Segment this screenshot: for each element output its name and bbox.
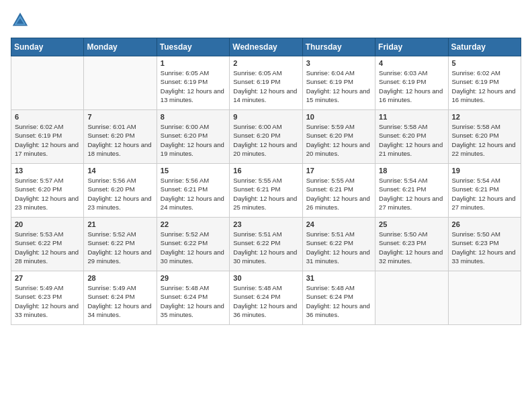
day-number: 14 xyxy=(87,167,152,175)
day-info: Sunrise: 5:58 AM Sunset: 6:20 PM Dayligh… xyxy=(452,122,517,158)
calendar-cell: 25Sunrise: 5:50 AM Sunset: 6:23 PM Dayli… xyxy=(375,218,448,271)
day-number: 29 xyxy=(161,274,226,282)
day-number: 6 xyxy=(15,113,80,121)
header-thursday: Thursday xyxy=(302,38,375,56)
day-info: Sunrise: 5:54 AM Sunset: 6:21 PM Dayligh… xyxy=(379,176,444,212)
day-number: 18 xyxy=(379,167,444,175)
calendar-header-row: SundayMondayTuesdayWednesdayThursdayFrid… xyxy=(11,38,521,56)
day-info: Sunrise: 5:53 AM Sunset: 6:22 PM Dayligh… xyxy=(15,230,80,265)
day-number: 25 xyxy=(379,220,444,228)
day-number: 10 xyxy=(306,113,371,121)
day-info: Sunrise: 5:48 AM Sunset: 6:24 PM Dayligh… xyxy=(306,283,371,319)
day-number: 8 xyxy=(161,113,226,121)
header-friday: Friday xyxy=(375,38,448,56)
day-number: 4 xyxy=(379,59,444,67)
calendar-cell: 15Sunrise: 5:56 AM Sunset: 6:21 PM Dayli… xyxy=(157,164,229,218)
day-number: 27 xyxy=(15,274,80,282)
day-info: Sunrise: 6:02 AM Sunset: 6:19 PM Dayligh… xyxy=(452,68,517,104)
calendar-cell: 7Sunrise: 6:01 AM Sunset: 6:20 PM Daylig… xyxy=(84,110,157,164)
day-info: Sunrise: 5:56 AM Sunset: 6:21 PM Dayligh… xyxy=(161,176,226,212)
day-info: Sunrise: 5:52 AM Sunset: 6:22 PM Dayligh… xyxy=(87,230,152,265)
calendar-cell xyxy=(448,271,521,325)
day-info: Sunrise: 5:50 AM Sunset: 6:23 PM Dayligh… xyxy=(379,230,444,265)
day-number: 11 xyxy=(379,113,444,121)
day-info: Sunrise: 5:51 AM Sunset: 6:22 PM Dayligh… xyxy=(306,230,371,265)
calendar-week-row: 20Sunrise: 5:53 AM Sunset: 6:22 PM Dayli… xyxy=(11,218,521,271)
day-info: Sunrise: 6:02 AM Sunset: 6:19 PM Dayligh… xyxy=(15,122,80,158)
day-info: Sunrise: 5:56 AM Sunset: 6:20 PM Dayligh… xyxy=(87,176,152,212)
calendar-cell: 26Sunrise: 5:50 AM Sunset: 6:23 PM Dayli… xyxy=(448,218,521,271)
calendar-cell: 3Sunrise: 6:04 AM Sunset: 6:19 PM Daylig… xyxy=(302,56,375,110)
day-info: Sunrise: 6:00 AM Sunset: 6:20 PM Dayligh… xyxy=(161,122,226,158)
calendar-cell: 22Sunrise: 5:52 AM Sunset: 6:22 PM Dayli… xyxy=(157,218,229,271)
page-header xyxy=(11,11,521,30)
day-info: Sunrise: 5:55 AM Sunset: 6:21 PM Dayligh… xyxy=(233,176,298,212)
calendar-cell: 11Sunrise: 5:58 AM Sunset: 6:20 PM Dayli… xyxy=(375,110,448,164)
day-info: Sunrise: 5:49 AM Sunset: 6:24 PM Dayligh… xyxy=(87,283,152,319)
calendar-cell: 27Sunrise: 5:49 AM Sunset: 6:23 PM Dayli… xyxy=(11,271,84,325)
calendar-cell: 6Sunrise: 6:02 AM Sunset: 6:19 PM Daylig… xyxy=(11,110,84,164)
day-number: 22 xyxy=(161,220,226,228)
calendar-cell: 14Sunrise: 5:56 AM Sunset: 6:20 PM Dayli… xyxy=(84,164,157,218)
day-info: Sunrise: 6:00 AM Sunset: 6:20 PM Dayligh… xyxy=(233,122,298,158)
calendar-cell: 29Sunrise: 5:48 AM Sunset: 6:24 PM Dayli… xyxy=(157,271,229,325)
day-number: 17 xyxy=(306,167,371,175)
day-number: 26 xyxy=(452,220,517,228)
logo-icon xyxy=(11,11,30,30)
day-number: 30 xyxy=(233,274,298,282)
day-number: 20 xyxy=(15,220,80,228)
calendar-cell: 18Sunrise: 5:54 AM Sunset: 6:21 PM Dayli… xyxy=(375,164,448,218)
day-number: 13 xyxy=(15,167,80,175)
calendar-cell: 4Sunrise: 6:03 AM Sunset: 6:19 PM Daylig… xyxy=(375,56,448,110)
day-number: 3 xyxy=(306,59,371,67)
day-number: 21 xyxy=(87,220,152,228)
day-number: 23 xyxy=(233,220,298,228)
calendar-cell xyxy=(84,56,157,110)
day-info: Sunrise: 5:49 AM Sunset: 6:23 PM Dayligh… xyxy=(15,283,80,319)
calendar-cell: 16Sunrise: 5:55 AM Sunset: 6:21 PM Dayli… xyxy=(230,164,302,218)
day-number: 7 xyxy=(87,113,152,121)
day-info: Sunrise: 5:57 AM Sunset: 6:20 PM Dayligh… xyxy=(15,176,80,212)
calendar-cell xyxy=(11,56,84,110)
calendar-cell: 8Sunrise: 6:00 AM Sunset: 6:20 PM Daylig… xyxy=(157,110,229,164)
day-info: Sunrise: 5:55 AM Sunset: 6:21 PM Dayligh… xyxy=(306,176,371,212)
calendar-cell xyxy=(375,271,448,325)
header-wednesday: Wednesday xyxy=(230,38,302,56)
day-info: Sunrise: 6:01 AM Sunset: 6:20 PM Dayligh… xyxy=(87,122,152,158)
calendar-cell: 9Sunrise: 6:00 AM Sunset: 6:20 PM Daylig… xyxy=(230,110,302,164)
calendar-week-row: 1Sunrise: 6:05 AM Sunset: 6:19 PM Daylig… xyxy=(11,56,521,110)
calendar-cell: 21Sunrise: 5:52 AM Sunset: 6:22 PM Dayli… xyxy=(84,218,157,271)
day-number: 31 xyxy=(306,274,371,282)
day-info: Sunrise: 5:48 AM Sunset: 6:24 PM Dayligh… xyxy=(161,283,226,319)
day-number: 28 xyxy=(87,274,152,282)
logo xyxy=(11,11,32,30)
header-tuesday: Tuesday xyxy=(157,38,229,56)
calendar-week-row: 13Sunrise: 5:57 AM Sunset: 6:20 PM Dayli… xyxy=(11,164,521,218)
calendar-cell: 1Sunrise: 6:05 AM Sunset: 6:19 PM Daylig… xyxy=(157,56,229,110)
day-info: Sunrise: 5:51 AM Sunset: 6:22 PM Dayligh… xyxy=(233,230,298,265)
day-number: 2 xyxy=(233,59,298,67)
day-number: 1 xyxy=(161,59,226,67)
calendar-cell: 12Sunrise: 5:58 AM Sunset: 6:20 PM Dayli… xyxy=(448,110,521,164)
day-info: Sunrise: 6:05 AM Sunset: 6:19 PM Dayligh… xyxy=(161,68,226,104)
calendar-cell: 23Sunrise: 5:51 AM Sunset: 6:22 PM Dayli… xyxy=(230,218,302,271)
day-info: Sunrise: 5:50 AM Sunset: 6:23 PM Dayligh… xyxy=(452,230,517,265)
day-info: Sunrise: 5:58 AM Sunset: 6:20 PM Dayligh… xyxy=(379,122,444,158)
calendar-cell: 28Sunrise: 5:49 AM Sunset: 6:24 PM Dayli… xyxy=(84,271,157,325)
calendar-cell: 5Sunrise: 6:02 AM Sunset: 6:19 PM Daylig… xyxy=(448,56,521,110)
calendar-cell: 24Sunrise: 5:51 AM Sunset: 6:22 PM Dayli… xyxy=(302,218,375,271)
day-info: Sunrise: 5:54 AM Sunset: 6:21 PM Dayligh… xyxy=(452,176,517,212)
day-info: Sunrise: 5:59 AM Sunset: 6:20 PM Dayligh… xyxy=(306,122,371,158)
day-number: 19 xyxy=(452,167,517,175)
calendar-cell: 20Sunrise: 5:53 AM Sunset: 6:22 PM Dayli… xyxy=(11,218,84,271)
calendar-cell: 30Sunrise: 5:48 AM Sunset: 6:24 PM Dayli… xyxy=(230,271,302,325)
day-info: Sunrise: 6:05 AM Sunset: 6:19 PM Dayligh… xyxy=(233,68,298,104)
day-number: 12 xyxy=(452,113,517,121)
calendar-table: SundayMondayTuesdayWednesdayThursdayFrid… xyxy=(11,38,521,325)
calendar-cell: 10Sunrise: 5:59 AM Sunset: 6:20 PM Dayli… xyxy=(302,110,375,164)
calendar-cell: 2Sunrise: 6:05 AM Sunset: 6:19 PM Daylig… xyxy=(230,56,302,110)
day-info: Sunrise: 6:03 AM Sunset: 6:19 PM Dayligh… xyxy=(379,68,444,104)
calendar-cell: 13Sunrise: 5:57 AM Sunset: 6:20 PM Dayli… xyxy=(11,164,84,218)
day-info: Sunrise: 6:04 AM Sunset: 6:19 PM Dayligh… xyxy=(306,68,371,104)
day-info: Sunrise: 5:52 AM Sunset: 6:22 PM Dayligh… xyxy=(161,230,226,265)
